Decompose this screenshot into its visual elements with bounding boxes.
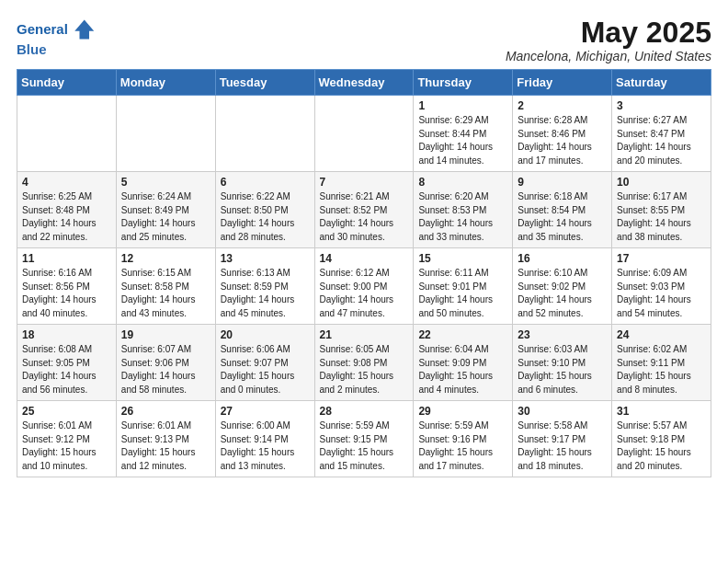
day-info: Sunrise: 6:03 AM Sunset: 9:10 PM Dayligh… bbox=[518, 343, 607, 396]
day-info: Sunrise: 6:22 AM Sunset: 8:50 PM Dayligh… bbox=[221, 190, 310, 244]
col-header-thursday: Thursday bbox=[414, 70, 513, 96]
day-info: Sunrise: 6:13 AM Sunset: 8:59 PM Dayligh… bbox=[221, 267, 310, 320]
col-header-saturday: Saturday bbox=[612, 70, 711, 96]
day-info: Sunrise: 6:21 AM Sunset: 8:52 PM Dayligh… bbox=[320, 190, 409, 244]
calendar-day: 30Sunrise: 5:58 AM Sunset: 9:17 PM Dayli… bbox=[513, 401, 612, 477]
day-number: 27 bbox=[221, 405, 310, 418]
calendar-day: 9Sunrise: 6:18 AM Sunset: 8:54 PM Daylig… bbox=[513, 172, 612, 248]
day-info: Sunrise: 6:15 AM Sunset: 8:58 PM Dayligh… bbox=[121, 267, 210, 320]
month-title: May 2025 bbox=[506, 17, 711, 49]
day-number: 18 bbox=[22, 328, 111, 341]
day-number: 6 bbox=[221, 176, 310, 189]
calendar-day: 28Sunrise: 5:59 AM Sunset: 9:15 PM Dayli… bbox=[314, 401, 414, 477]
calendar-table: SundayMondayTuesdayWednesdayThursdayFrid… bbox=[17, 69, 711, 477]
day-info: Sunrise: 6:20 AM Sunset: 8:53 PM Dayligh… bbox=[418, 190, 507, 244]
day-number: 5 bbox=[121, 176, 210, 189]
calendar-day: 10Sunrise: 6:17 AM Sunset: 8:55 PM Dayli… bbox=[612, 172, 711, 248]
svg-marker-0 bbox=[74, 20, 94, 40]
day-info: Sunrise: 6:17 AM Sunset: 8:55 PM Dayligh… bbox=[617, 190, 706, 244]
calendar-day: 25Sunrise: 6:01 AM Sunset: 9:12 PM Dayli… bbox=[17, 401, 117, 477]
day-number: 30 bbox=[518, 405, 607, 418]
day-info: Sunrise: 6:25 AM Sunset: 8:48 PM Dayligh… bbox=[22, 190, 111, 244]
calendar-day: 16Sunrise: 6:10 AM Sunset: 9:02 PM Dayli… bbox=[513, 248, 612, 325]
day-number: 4 bbox=[22, 176, 111, 189]
day-number: 10 bbox=[617, 176, 706, 189]
day-info: Sunrise: 6:05 AM Sunset: 9:08 PM Dayligh… bbox=[320, 343, 409, 396]
day-number: 23 bbox=[518, 328, 607, 341]
calendar-day: 6Sunrise: 6:22 AM Sunset: 8:50 PM Daylig… bbox=[215, 172, 314, 248]
day-number: 25 bbox=[22, 405, 111, 418]
calendar-day bbox=[17, 96, 117, 172]
calendar-day: 14Sunrise: 6:12 AM Sunset: 9:00 PM Dayli… bbox=[314, 248, 414, 325]
day-number: 8 bbox=[418, 176, 507, 189]
day-info: Sunrise: 6:29 AM Sunset: 8:44 PM Dayligh… bbox=[418, 114, 507, 167]
calendar-week-row: 18Sunrise: 6:08 AM Sunset: 9:05 PM Dayli… bbox=[17, 325, 711, 401]
page: General Blue May 2025 Mancelona, Michiga… bbox=[0, 0, 728, 487]
calendar-day: 18Sunrise: 6:08 AM Sunset: 9:05 PM Dayli… bbox=[17, 325, 117, 401]
day-number: 16 bbox=[518, 252, 607, 265]
day-info: Sunrise: 6:06 AM Sunset: 9:07 PM Dayligh… bbox=[221, 343, 310, 396]
col-header-monday: Monday bbox=[116, 70, 215, 96]
day-number: 15 bbox=[418, 252, 507, 265]
calendar-day bbox=[314, 96, 414, 172]
title-block: May 2025 Mancelona, Michigan, United Sta… bbox=[506, 17, 711, 63]
day-number: 9 bbox=[518, 176, 607, 189]
calendar-day: 21Sunrise: 6:05 AM Sunset: 9:08 PM Dayli… bbox=[314, 325, 414, 401]
day-number: 26 bbox=[121, 405, 210, 418]
calendar-week-row: 4Sunrise: 6:25 AM Sunset: 8:48 PM Daylig… bbox=[17, 172, 711, 248]
day-info: Sunrise: 6:12 AM Sunset: 9:00 PM Dayligh… bbox=[320, 267, 409, 320]
calendar-day: 20Sunrise: 6:06 AM Sunset: 9:07 PM Dayli… bbox=[215, 325, 314, 401]
calendar-day: 1Sunrise: 6:29 AM Sunset: 8:44 PM Daylig… bbox=[414, 96, 513, 172]
day-info: Sunrise: 6:11 AM Sunset: 9:01 PM Dayligh… bbox=[418, 267, 507, 320]
day-info: Sunrise: 6:16 AM Sunset: 8:56 PM Dayligh… bbox=[22, 267, 111, 320]
calendar-day: 3Sunrise: 6:27 AM Sunset: 8:47 PM Daylig… bbox=[612, 96, 711, 172]
day-info: Sunrise: 6:10 AM Sunset: 9:02 PM Dayligh… bbox=[518, 267, 607, 320]
day-info: Sunrise: 6:01 AM Sunset: 9:13 PM Dayligh… bbox=[121, 419, 210, 473]
day-info: Sunrise: 5:59 AM Sunset: 9:16 PM Dayligh… bbox=[418, 419, 507, 473]
day-number: 28 bbox=[320, 405, 409, 418]
day-number: 22 bbox=[418, 328, 507, 341]
day-number: 11 bbox=[22, 252, 111, 265]
logo-text: General bbox=[17, 22, 68, 38]
calendar-week-row: 11Sunrise: 6:16 AM Sunset: 8:56 PM Dayli… bbox=[17, 248, 711, 325]
day-info: Sunrise: 6:27 AM Sunset: 8:47 PM Dayligh… bbox=[617, 114, 706, 167]
day-number: 31 bbox=[617, 405, 706, 418]
calendar-day: 31Sunrise: 5:57 AM Sunset: 9:18 PM Dayli… bbox=[612, 401, 711, 477]
col-header-tuesday: Tuesday bbox=[215, 70, 314, 96]
calendar-day: 4Sunrise: 6:25 AM Sunset: 8:48 PM Daylig… bbox=[17, 172, 117, 248]
calendar-day bbox=[215, 96, 314, 172]
day-number: 7 bbox=[320, 176, 409, 189]
col-header-friday: Friday bbox=[513, 70, 612, 96]
day-info: Sunrise: 6:02 AM Sunset: 9:11 PM Dayligh… bbox=[617, 343, 706, 396]
col-header-wednesday: Wednesday bbox=[314, 70, 414, 96]
calendar-day: 15Sunrise: 6:11 AM Sunset: 9:01 PM Dayli… bbox=[414, 248, 513, 325]
calendar-day: 29Sunrise: 5:59 AM Sunset: 9:16 PM Dayli… bbox=[414, 401, 513, 477]
day-number: 17 bbox=[617, 252, 706, 265]
day-number: 20 bbox=[221, 328, 310, 341]
calendar-day: 11Sunrise: 6:16 AM Sunset: 8:56 PM Dayli… bbox=[17, 248, 117, 325]
day-info: Sunrise: 5:59 AM Sunset: 9:15 PM Dayligh… bbox=[320, 419, 409, 473]
calendar-day: 24Sunrise: 6:02 AM Sunset: 9:11 PM Dayli… bbox=[612, 325, 711, 401]
calendar-header-row: SundayMondayTuesdayWednesdayThursdayFrid… bbox=[17, 70, 711, 96]
day-info: Sunrise: 6:18 AM Sunset: 8:54 PM Dayligh… bbox=[518, 190, 607, 244]
day-number: 21 bbox=[320, 328, 409, 341]
calendar-day: 26Sunrise: 6:01 AM Sunset: 9:13 PM Dayli… bbox=[116, 401, 215, 477]
day-number: 12 bbox=[121, 252, 210, 265]
day-number: 2 bbox=[518, 99, 607, 112]
header: General Blue May 2025 Mancelona, Michiga… bbox=[17, 17, 711, 63]
calendar-week-row: 1Sunrise: 6:29 AM Sunset: 8:44 PM Daylig… bbox=[17, 96, 711, 172]
day-info: Sunrise: 6:24 AM Sunset: 8:49 PM Dayligh… bbox=[121, 190, 210, 244]
location: Mancelona, Michigan, United States bbox=[506, 49, 711, 63]
logo: General Blue bbox=[17, 17, 96, 58]
day-info: Sunrise: 6:04 AM Sunset: 9:09 PM Dayligh… bbox=[418, 343, 507, 396]
day-number: 13 bbox=[221, 252, 310, 265]
day-info: Sunrise: 6:01 AM Sunset: 9:12 PM Dayligh… bbox=[22, 419, 111, 473]
calendar-day: 23Sunrise: 6:03 AM Sunset: 9:10 PM Dayli… bbox=[513, 325, 612, 401]
calendar-day: 13Sunrise: 6:13 AM Sunset: 8:59 PM Dayli… bbox=[215, 248, 314, 325]
calendar-day: 19Sunrise: 6:07 AM Sunset: 9:06 PM Dayli… bbox=[116, 325, 215, 401]
day-number: 14 bbox=[320, 252, 409, 265]
day-number: 19 bbox=[121, 328, 210, 341]
day-info: Sunrise: 5:58 AM Sunset: 9:17 PM Dayligh… bbox=[518, 419, 607, 473]
calendar-day: 22Sunrise: 6:04 AM Sunset: 9:09 PM Dayli… bbox=[414, 325, 513, 401]
calendar-week-row: 25Sunrise: 6:01 AM Sunset: 9:12 PM Dayli… bbox=[17, 401, 711, 477]
